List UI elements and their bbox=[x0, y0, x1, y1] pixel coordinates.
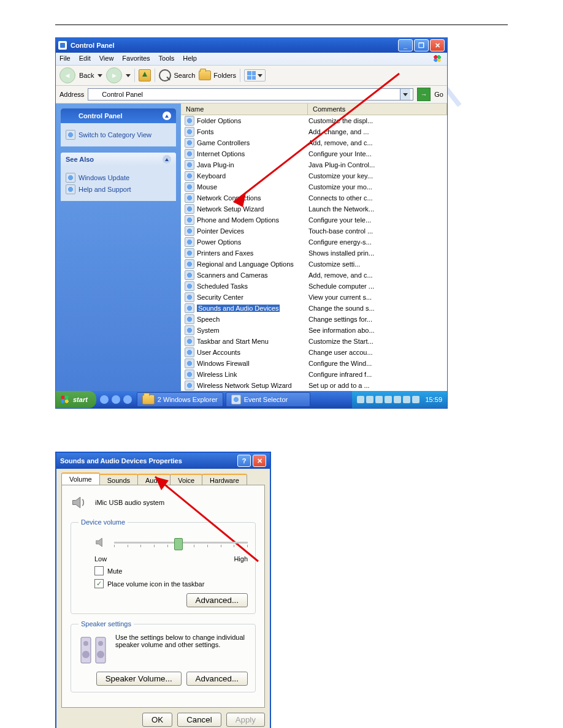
go-button[interactable]: → bbox=[417, 88, 431, 101]
list-item[interactable]: Taskbar and Start MenuCustomize the Star… bbox=[181, 336, 447, 347]
start-button[interactable]: start bbox=[56, 391, 96, 408]
list-item-name: Game Controllers bbox=[197, 139, 250, 146]
tray-icon[interactable] bbox=[385, 396, 392, 403]
advanced-volume-button[interactable]: Advanced... bbox=[186, 593, 248, 607]
sidebar-header-control-panel[interactable]: Control Panel bbox=[61, 108, 176, 123]
ie-quicklaunch-icon[interactable] bbox=[100, 395, 109, 404]
help-support-link[interactable]: Help and Support bbox=[66, 184, 171, 194]
close-button[interactable]: ✕ bbox=[253, 455, 266, 467]
maximize-button[interactable]: ❐ bbox=[414, 39, 429, 51]
tray-icon[interactable] bbox=[366, 396, 373, 403]
address-value: Control Panel bbox=[102, 91, 143, 98]
search-button[interactable]: Search bbox=[159, 69, 195, 82]
speakers-icon bbox=[79, 634, 109, 665]
sidebar-header-see-also[interactable]: See Also bbox=[61, 153, 176, 166]
close-button[interactable]: ✕ bbox=[430, 39, 445, 51]
list-item[interactable]: Power OptionsConfigure energy-s... bbox=[181, 237, 447, 248]
list-item[interactable]: SystemSee information abo... bbox=[181, 325, 447, 336]
tab-audio[interactable]: Audio bbox=[137, 474, 170, 486]
clock[interactable]: 15:59 bbox=[425, 396, 442, 403]
address-input[interactable]: Control Panel bbox=[88, 88, 413, 100]
system-tray[interactable]: 15:59 bbox=[352, 391, 447, 408]
menu-view[interactable]: View bbox=[99, 55, 114, 63]
speaker-settings-desc: Use the settings below to change individ… bbox=[115, 634, 248, 665]
list-item-name: Fonts bbox=[197, 128, 214, 135]
tray-icon[interactable] bbox=[394, 396, 401, 403]
collapse-icon[interactable] bbox=[163, 155, 171, 164]
list-item[interactable]: Wireless Network Setup WizardSet up or a… bbox=[181, 380, 447, 391]
list-item-name: Printers and Faxes bbox=[197, 249, 253, 257]
list-item[interactable]: Scheduled TasksSchedule computer ... bbox=[181, 281, 447, 292]
tab-sounds[interactable]: Sounds bbox=[99, 474, 138, 486]
list-item[interactable]: Pointer DevicesTouch-base control ... bbox=[181, 226, 447, 237]
list-item[interactable]: Windows FirewallConfigure the Wind... bbox=[181, 358, 447, 369]
chevron-down-icon[interactable] bbox=[126, 74, 131, 77]
menu-favorites[interactable]: Favorites bbox=[122, 55, 150, 63]
list-item-comment: Configure infrared f... bbox=[305, 370, 375, 379]
windows-flag-icon bbox=[432, 55, 443, 63]
tab-hardware[interactable]: Hardware bbox=[202, 474, 247, 486]
list-item[interactable]: Regional and Language OptionsCustomize s… bbox=[181, 259, 447, 270]
list-item[interactable]: Scanners and CamerasAdd, remove, and c..… bbox=[181, 270, 447, 281]
list-item[interactable]: User AccountsChange user accou... bbox=[181, 347, 447, 358]
list-item[interactable]: KeyboardCustomize your key... bbox=[181, 170, 447, 181]
back-button[interactable]: ◄ bbox=[59, 67, 75, 83]
apply-button[interactable]: Apply bbox=[226, 713, 265, 727]
mute-checkbox[interactable] bbox=[94, 566, 104, 575]
menu-edit[interactable]: Edit bbox=[79, 55, 91, 63]
tab-volume[interactable]: Volume bbox=[61, 472, 100, 485]
ok-button[interactable]: OK bbox=[142, 713, 172, 727]
list-item[interactable]: Game ControllersAdd, remove, and c... bbox=[181, 137, 447, 148]
volume-slider[interactable] bbox=[114, 542, 248, 544]
up-folder-icon[interactable] bbox=[139, 69, 151, 82]
applet-icon bbox=[185, 171, 194, 181]
list-item[interactable]: Wireless LinkConfigure infrared f... bbox=[181, 369, 447, 380]
sidebar-title-1: Control Panel bbox=[79, 112, 123, 119]
cancel-button[interactable]: Cancel bbox=[177, 713, 221, 727]
tab-voice[interactable]: Voice bbox=[170, 474, 202, 486]
tray-icon[interactable] bbox=[375, 396, 383, 403]
folder-icon bbox=[199, 70, 211, 80]
windows-update-link[interactable]: Windows Update bbox=[66, 173, 171, 183]
list-item[interactable]: SpeechChange settings for... bbox=[181, 314, 447, 325]
dialog-titlebar[interactable]: Sounds and Audio Devices Properties ? ✕ bbox=[56, 453, 270, 469]
list-item[interactable]: MouseCustomize your mo... bbox=[181, 181, 447, 192]
collapse-icon[interactable] bbox=[163, 112, 171, 120]
menu-help[interactable]: Help bbox=[183, 55, 197, 63]
tray-icon[interactable] bbox=[357, 396, 364, 403]
address-dropdown-icon[interactable] bbox=[400, 89, 410, 100]
menu-file[interactable]: File bbox=[59, 55, 71, 63]
views-button[interactable] bbox=[244, 69, 266, 82]
list-item[interactable]: Network Setup WizardLaunch the Network..… bbox=[181, 203, 447, 214]
speaker-volume-button[interactable]: Speaker Volume... bbox=[96, 672, 182, 686]
slider-thumb[interactable] bbox=[174, 538, 183, 550]
help-button[interactable]: ? bbox=[237, 455, 251, 467]
switch-category-view-link[interactable]: Switch to Category View bbox=[66, 130, 171, 140]
minimize-button[interactable]: _ bbox=[398, 39, 413, 51]
desktop-quicklaunch-icon[interactable] bbox=[112, 395, 120, 404]
applet-icon bbox=[185, 381, 194, 390]
tray-icon[interactable] bbox=[412, 396, 419, 403]
folders-button[interactable]: Folders bbox=[199, 70, 236, 80]
place-icon-checkbox[interactable] bbox=[94, 579, 104, 588]
advanced-speaker-button[interactable]: Advanced... bbox=[186, 672, 248, 686]
taskbar-button-explorer[interactable]: 2 Windows Explorer bbox=[137, 392, 223, 407]
list-item[interactable]: Phone and Modem OptionsConfigure your te… bbox=[181, 214, 447, 226]
list-item[interactable]: FontsAdd, change, and ... bbox=[181, 126, 447, 137]
list-item[interactable]: Folder OptionsCustomize the displ... bbox=[181, 115, 447, 126]
list-item[interactable]: Security CenterView your current s... bbox=[181, 292, 447, 303]
list-item[interactable]: Internet OptionsConfigure your Inte... bbox=[181, 148, 447, 159]
column-header-comments[interactable]: Comments bbox=[308, 104, 447, 115]
window-titlebar[interactable]: Control Panel _ ❐ ✕ bbox=[56, 38, 447, 53]
list-item[interactable]: Network ConnectionsConnects to other c..… bbox=[181, 192, 447, 203]
taskbar-button-event-selector[interactable]: Event Selector bbox=[226, 392, 310, 407]
chevron-down-icon[interactable] bbox=[98, 74, 102, 77]
media-quicklaunch-icon[interactable] bbox=[123, 395, 132, 404]
list-item[interactable]: Sounds and Audio DevicesChange the sound… bbox=[181, 303, 447, 314]
list-item[interactable]: Java Plug-inJava Plug-in Control... bbox=[181, 159, 447, 170]
list-item[interactable]: Printers and FaxesShows installed prin..… bbox=[181, 248, 447, 259]
column-header-name[interactable]: Name bbox=[181, 104, 308, 115]
forward-button[interactable]: ► bbox=[106, 67, 122, 83]
menu-tools[interactable]: Tools bbox=[159, 55, 175, 63]
tray-icon[interactable] bbox=[403, 396, 410, 403]
